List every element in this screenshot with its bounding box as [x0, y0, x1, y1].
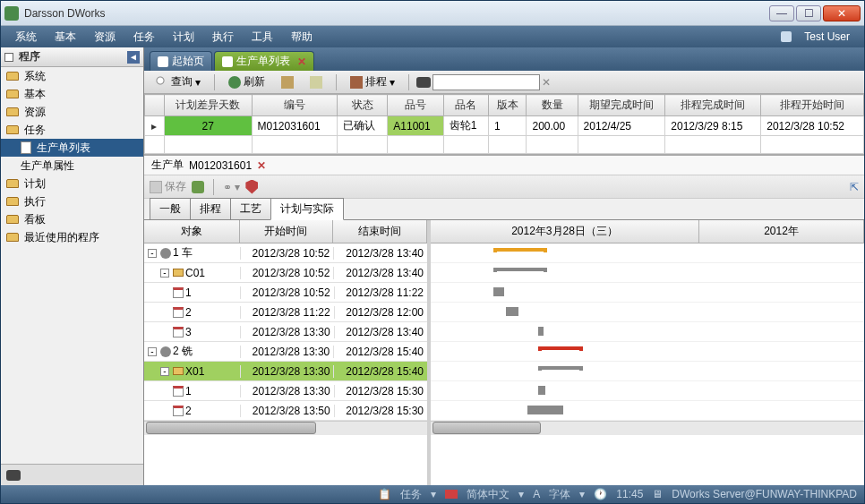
tree-node-生产单属性[interactable]: 生产单属性: [1, 157, 143, 175]
tab-生产单列表[interactable]: 生产单列表✕: [214, 51, 314, 71]
col-header[interactable]: 状态: [337, 95, 387, 116]
menu-basic[interactable]: 基本: [46, 30, 85, 45]
gantt-day-1: 2012年: [699, 220, 864, 243]
gantt-bar[interactable]: [493, 268, 547, 272]
close-button[interactable]: ✕: [823, 5, 861, 21]
tree-node-生产单列表[interactable]: 生产单列表: [1, 139, 143, 157]
popout-button[interactable]: ⇱: [850, 181, 859, 193]
expand-toggle[interactable]: -: [160, 367, 169, 376]
sidebar-collapse-button[interactable]: ◄: [127, 51, 140, 64]
binoculars-icon[interactable]: [6, 470, 21, 481]
schedule-row[interactable]: 12012/3/28 10:522012/3/28 11:22: [144, 283, 427, 303]
clear-search-button[interactable]: ✕: [542, 76, 551, 89]
folder-icon: [6, 90, 19, 98]
minimize-button[interactable]: —: [769, 5, 794, 21]
detail-action1[interactable]: [192, 181, 204, 193]
tree-node-最近使用的程序[interactable]: 最近使用的程序: [1, 228, 143, 246]
col-header[interactable]: 计划差异天数: [164, 95, 252, 116]
gantt-bar[interactable]: [493, 248, 547, 252]
schedule-row[interactable]: 12012/3/28 13:302012/3/28 15:30: [144, 381, 427, 401]
status-task[interactable]: 任务: [400, 487, 422, 502]
schedule-row[interactable]: 32012/3/28 13:302012/3/28 13:40: [144, 322, 427, 342]
detail-title: 生产单 M012031601 ✕: [144, 156, 864, 175]
status-time: 11:45: [616, 488, 643, 500]
user-name: Test User: [795, 30, 859, 43]
menu-help[interactable]: 帮助: [282, 30, 321, 45]
schedule-tree-grid[interactable]: 对象 开始时间 结束时间 - 1 车2012/3/28 10:522012/3/…: [144, 220, 431, 485]
maximize-button[interactable]: ☐: [796, 5, 821, 21]
user-indicator[interactable]: Test User: [781, 30, 859, 43]
menu-task[interactable]: 任务: [124, 30, 164, 45]
status-font[interactable]: 字体: [549, 487, 570, 502]
search-binoculars-icon: [416, 77, 431, 88]
expand-toggle[interactable]: -: [160, 269, 169, 278]
detail-close-button[interactable]: ✕: [257, 159, 266, 172]
tab-起始页[interactable]: 起始页: [150, 51, 212, 71]
tree-node-资源[interactable]: 资源: [1, 103, 143, 121]
toolbar-search-input[interactable]: [432, 74, 540, 90]
tree-node-计划[interactable]: 计划: [1, 175, 143, 192]
tree-node-任务[interactable]: 任务: [1, 121, 143, 139]
col-header[interactable]: 品名: [443, 95, 488, 116]
subtab-计划与实际[interactable]: 计划与实际: [270, 198, 344, 220]
col-header[interactable]: 排程完成时间: [665, 95, 761, 116]
toolbar-action1[interactable]: [275, 73, 300, 91]
gear-icon: [160, 346, 171, 357]
detail-tabs: 一般排程工艺计划与实际: [144, 199, 864, 220]
tree-node-系统[interactable]: 系统: [1, 67, 143, 85]
gantt-bar[interactable]: [538, 386, 545, 395]
save-button[interactable]: 保存: [150, 179, 186, 194]
menu-system[interactable]: 系统: [6, 30, 46, 45]
schedule-row[interactable]: - X012012/3/28 13:302012/3/28 15:40: [144, 362, 427, 381]
schedule-row[interactable]: - 1 车2012/3/28 10:522012/3/28 13:40: [144, 243, 427, 263]
detail-link-button[interactable]: ⚭ ▾: [223, 181, 240, 193]
gantt-bar[interactable]: [527, 406, 563, 414]
tree-node-执行[interactable]: 执行: [1, 192, 143, 210]
col-header[interactable]: [145, 95, 165, 116]
hscroll-left[interactable]: [144, 421, 427, 435]
subtab-一般[interactable]: 一般: [150, 198, 191, 220]
subtab-工艺[interactable]: 工艺: [230, 198, 271, 220]
col-header[interactable]: 品号: [388, 95, 443, 116]
col-header[interactable]: 排程开始时间: [761, 95, 864, 116]
search-button[interactable]: 查询 ▾: [150, 72, 207, 92]
toolbar-search: ✕: [416, 74, 551, 90]
col-header[interactable]: 期望完成时间: [578, 95, 665, 116]
menu-plan[interactable]: 计划: [164, 30, 203, 45]
gantt-row: [431, 362, 864, 381]
expand-toggle[interactable]: -: [148, 347, 157, 356]
refresh-button[interactable]: 刷新: [222, 72, 271, 92]
col-end: 结束时间: [333, 220, 427, 243]
tree-node-看板[interactable]: 看板: [1, 210, 143, 228]
clock-icon: 🕐: [594, 488, 607, 500]
hscroll-gantt[interactable]: [431, 421, 864, 435]
shield-icon[interactable]: [245, 180, 258, 194]
toolbar-action2[interactable]: [304, 73, 329, 91]
table-row[interactable]: ▸27M012031601已确认A11001齿轮11200.002012/4/2…: [145, 116, 864, 136]
expand-toggle[interactable]: -: [148, 249, 157, 258]
schedule-row[interactable]: 22012/3/28 13:502012/3/28 15:30: [144, 401, 427, 421]
gantt-bar[interactable]: [538, 366, 583, 371]
subtab-排程[interactable]: 排程: [190, 198, 231, 220]
schedule-row[interactable]: - 2 铣2012/3/28 13:302012/3/28 15:40: [144, 342, 427, 362]
status-lang[interactable]: 简体中文: [467, 487, 510, 502]
col-header[interactable]: 版本: [488, 95, 527, 116]
col-header[interactable]: 编号: [252, 95, 337, 116]
gantt-chart[interactable]: 2012年3月28日（三） 2012年: [431, 220, 864, 485]
schedule-button[interactable]: 排程 ▾: [344, 72, 401, 92]
schedule-row[interactable]: 22012/3/28 11:222012/3/28 12:00: [144, 303, 427, 322]
menu-tools[interactable]: 工具: [243, 30, 282, 45]
gantt-bar[interactable]: [538, 346, 583, 351]
menu-execute[interactable]: 执行: [203, 30, 243, 45]
col-start: 开始时间: [240, 220, 334, 243]
statusbar: 📋 任务 ▾ 简体中文 ▾ A 字体 ▾ 🕐 11:45 🖥 DWorks Se…: [1, 485, 864, 503]
gantt-bar[interactable]: [506, 307, 518, 316]
tree-node-基本[interactable]: 基本: [1, 85, 143, 103]
col-header[interactable]: 数量: [527, 95, 578, 116]
schedule-row[interactable]: - C012012/3/28 10:522012/3/28 13:40: [144, 263, 427, 283]
sidebar-header: 程序 ◄: [1, 47, 143, 67]
menu-resource[interactable]: 资源: [85, 30, 124, 45]
tab-close[interactable]: ✕: [297, 56, 306, 68]
gantt-bar[interactable]: [538, 327, 544, 336]
gantt-bar[interactable]: [493, 287, 504, 296]
